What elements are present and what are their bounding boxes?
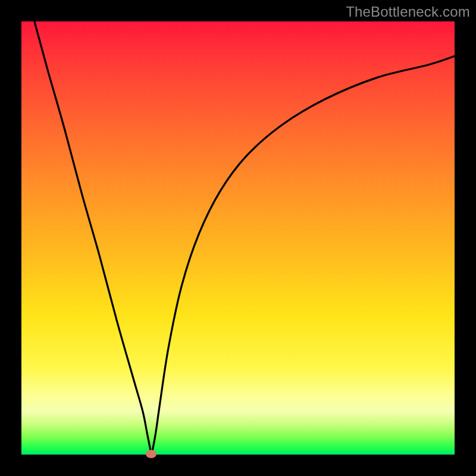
- bottleneck-curve: [21, 21, 455, 455]
- watermark-text: TheBottleneck.com: [346, 4, 470, 20]
- plot-area: [21, 21, 455, 455]
- chart-frame: TheBottleneck.com: [0, 0, 476, 476]
- optimal-point-marker: [146, 450, 156, 458]
- curve-path: [35, 21, 455, 455]
